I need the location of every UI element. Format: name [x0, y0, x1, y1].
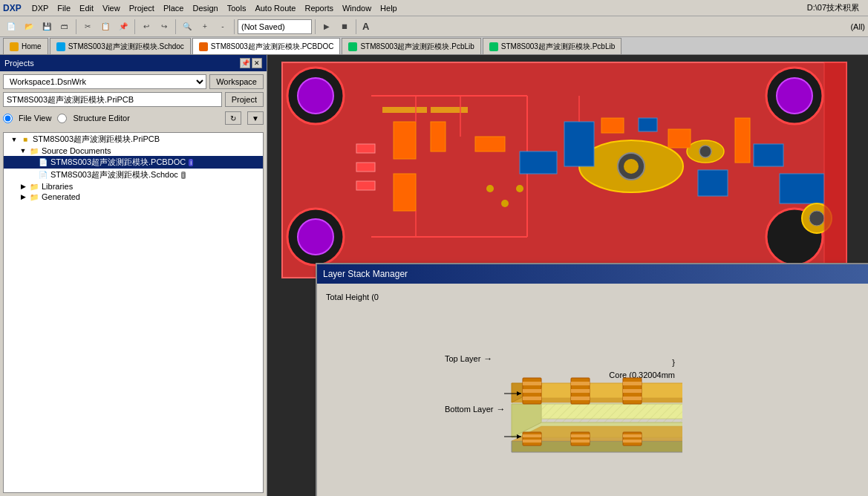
tab-home[interactable]: Home: [3, 38, 48, 54]
panel-close-btn[interactable]: ✕: [252, 58, 262, 68]
pcb-3d-svg: [326, 322, 682, 471]
svg-rect-38: [356, 144, 375, 153]
svg-rect-62: [571, 389, 590, 393]
menu-project[interactable]: Project: [125, 2, 159, 14]
tree-source-docs[interactable]: ▼ 📁 Source Documents: [4, 146, 263, 156]
svg-marker-50: [541, 404, 682, 422]
layer-stack-manager-dialog[interactable]: Layer Stack Manager ? ✕ Total Height (0: [316, 263, 868, 496]
svg-rect-28: [698, 170, 728, 196]
schdoc-icon: 📄: [38, 171, 48, 180]
svg-rect-25: [601, 118, 624, 133]
svg-rect-27: [668, 129, 691, 148]
tab-sch-icon: [56, 42, 65, 51]
pcb-view-area: Layer Stack Manager ? ✕ Total Height (0: [267, 55, 868, 496]
workspace-btn[interactable]: Workspace: [209, 74, 264, 89]
menu-edit[interactable]: Edit: [75, 2, 98, 14]
tab-sch-label: STM8S003超声波测距模块.Schdoc: [68, 42, 184, 52]
tb-run[interactable]: ▶: [319, 19, 335, 35]
svg-point-13: [699, 146, 711, 157]
svg-rect-67: [623, 397, 642, 400]
menu-window[interactable]: Window: [338, 2, 376, 14]
file-view-radio[interactable]: [3, 114, 13, 123]
generated-expand[interactable]: ▶: [19, 192, 27, 201]
root-label: STM8S003超声波测距模块.PriPCB: [33, 134, 160, 145]
tb-save-all[interactable]: 🗃: [56, 19, 73, 35]
svg-rect-69: [523, 434, 541, 437]
menu-design[interactable]: Design: [188, 2, 222, 14]
workspace-dropdown[interactable]: Workspace1.DsnWrk: [3, 74, 206, 89]
tb-copy[interactable]: 📋: [97, 19, 114, 35]
tree-schdoc[interactable]: 📄 STM8S003超声波测距模块.Schdoc i: [4, 169, 263, 181]
path-display: D:\07技术积累: [807, 2, 859, 13]
menu-dxp[interactable]: DXP: [27, 2, 53, 14]
menu-autoroute[interactable]: Auto Route: [250, 2, 300, 14]
root-expand[interactable]: ▼: [10, 135, 19, 144]
tab-pcb-label: STM8S003超声波测距模块.PCBDOC: [211, 42, 334, 52]
menu-place[interactable]: Place: [159, 2, 189, 14]
menu-file[interactable]: File: [53, 2, 75, 14]
tb-zoom-out[interactable]: -: [215, 19, 231, 35]
svg-rect-21: [520, 151, 557, 174]
sep1: [76, 19, 76, 34]
svg-rect-22: [564, 122, 594, 166]
menu-view[interactable]: View: [98, 2, 125, 14]
menu-help[interactable]: Help: [376, 2, 402, 14]
tb-paste[interactable]: 📌: [115, 19, 131, 35]
tab-pcbdoc[interactable]: STM8S003超声波测距模块.PCBDOC: [192, 38, 341, 54]
schdoc-expand[interactable]: [27, 171, 36, 180]
pcbdoc-expand[interactable]: [27, 158, 36, 167]
structure-editor-radio[interactable]: [57, 114, 67, 123]
tab-pcblib[interactable]: STM8S003超声波测距模块.PcbLib: [342, 38, 480, 54]
tab-schdoc[interactable]: STM8S003超声波测距模块.Schdoc: [50, 38, 191, 54]
svg-rect-39: [356, 163, 375, 172]
libraries-expand[interactable]: ▶: [19, 182, 27, 191]
tb-new[interactable]: 📄: [3, 19, 19, 35]
project-input[interactable]: [3, 92, 222, 107]
sep3: [175, 19, 176, 34]
schdoc-label: STM8S003超声波测距模块.Schdoc: [50, 169, 178, 180]
generated-label: Generated: [42, 192, 80, 201]
svg-rect-63: [571, 397, 590, 400]
tb-save[interactable]: 💾: [39, 19, 55, 35]
tb-cut[interactable]: ✂: [79, 19, 96, 35]
tab-home-icon: [10, 42, 19, 51]
source-docs-expand[interactable]: ▼: [19, 146, 27, 155]
tree-pcbdoc[interactable]: 📄 STM8S003超声波测距模块.PCBDOC i: [4, 156, 263, 169]
menu-reports[interactable]: Reports: [300, 2, 338, 14]
panel-pin-btn[interactable]: 📌: [240, 58, 250, 68]
svg-rect-19: [431, 122, 446, 151]
structure-editor-label: Structure Editor: [73, 114, 129, 123]
pcb-3d-container: Top Layer → Bottom Layer → Core (0.32004…: [326, 307, 682, 471]
tb-open[interactable]: 📂: [21, 19, 37, 35]
refresh-btn[interactable]: ↻: [225, 111, 241, 125]
libraries-icon: 📁: [29, 182, 39, 191]
tab-bar: Home STM8S003超声波测距模块.Schdoc STM8S003超声波测…: [0, 37, 868, 55]
tb-redo[interactable]: ↪: [156, 19, 172, 35]
tb-zoom-fit[interactable]: 🔍: [179, 19, 195, 35]
tree-libraries[interactable]: ▶ 📁 Libraries: [4, 181, 263, 192]
not-saved-field[interactable]: [238, 19, 312, 34]
svg-point-6: [298, 78, 333, 114]
tb-zoom-in[interactable]: +: [197, 19, 213, 35]
project-btn[interactable]: Project: [225, 92, 264, 107]
tree-generated[interactable]: ▶ 📁 Generated: [4, 192, 263, 202]
svg-rect-24: [431, 107, 468, 113]
settings-btn[interactable]: ▼: [247, 111, 264, 125]
project-tree: ▼ ■ STM8S003超声波测距模块.PriPCB ▼ 📁 Source Do…: [3, 132, 264, 493]
source-docs-label: Source Documents: [42, 146, 111, 155]
tab-pcblib2[interactable]: STM8S003超声波测距模块.PcbLib: [483, 38, 621, 54]
tree-root[interactable]: ▼ ■ STM8S003超声波测距模块.PriPCB: [4, 133, 263, 146]
tb-stop[interactable]: ⏹: [336, 19, 353, 35]
tab-home-label: Home: [22, 42, 42, 50]
svg-rect-58: [523, 389, 541, 393]
tab-pcb-icon: [199, 42, 208, 51]
sep4: [234, 19, 235, 34]
libraries-label: Libraries: [42, 182, 73, 191]
tb-undo[interactable]: ↩: [138, 19, 154, 35]
svg-rect-57: [523, 382, 541, 385]
projects-panel: Projects 📌 ✕ Workspace1.DsnWrk Workspace…: [0, 55, 267, 496]
panel-title-buttons: 📌 ✕: [240, 58, 262, 68]
svg-rect-44: [824, 62, 846, 278]
view-mode-row: File View Structure Editor ↻ ▼: [3, 110, 264, 126]
menu-tools[interactable]: Tools: [223, 2, 251, 14]
